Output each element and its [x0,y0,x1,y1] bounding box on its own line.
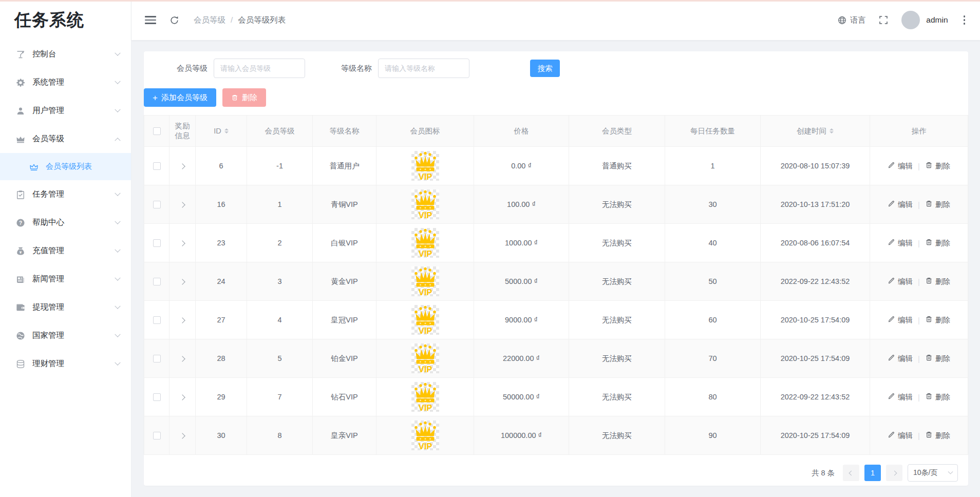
page-size-select[interactable]: 10条/页 [908,464,958,482]
sidebar-item-tasks[interactable]: 任务管理 [0,180,131,208]
edit-button[interactable]: 编辑 [888,161,913,171]
chevron-down-icon [115,190,120,196]
edit-button[interactable]: 编辑 [888,238,913,248]
column-header-3: 会员等级 [247,116,313,147]
edit-button[interactable]: 编辑 [888,200,913,209]
row-checkbox[interactable] [153,278,161,285]
user-menu[interactable]: admin [901,11,948,29]
refresh-icon[interactable] [169,15,179,25]
cell-name: 白银VIP [313,224,376,262]
trash-icon [925,431,933,440]
row-checkbox[interactable] [153,201,161,208]
add-member-level-button[interactable]: + 添加会员等级 [144,88,216,107]
sidebar-item-member-level-list[interactable]: 会员等级列表 [0,153,131,180]
cell-level: 4 [247,301,313,339]
cell-select [144,224,169,262]
edit-button[interactable]: 编辑 [888,431,913,441]
sidebar-item-news[interactable]: 新闻管理 [0,265,131,293]
edit-button[interactable]: 编辑 [888,277,913,286]
row-checkbox[interactable] [153,239,161,247]
cell-select [144,262,169,301]
sort-icon[interactable] [830,126,834,136]
expand-row-icon[interactable] [179,240,185,246]
delete-row-button[interactable]: 删除 [925,277,950,286]
expand-row-icon[interactable] [179,317,185,323]
select-all-checkbox[interactable] [153,127,161,135]
action-divider: | [918,278,920,286]
more-options-icon[interactable] [962,13,968,27]
sidebar-item-help[interactable]: ?帮助中心 [0,208,131,237]
vip-crown-icon: VIP [411,266,439,296]
vip-crown-icon: VIP [411,420,439,450]
expand-row-icon[interactable] [179,433,185,438]
action-divider: | [918,355,920,363]
cell-actions: 编辑|删除 [870,301,968,339]
delete-row-button[interactable]: 删除 [925,238,950,248]
delete-row-button[interactable]: 删除 [925,161,950,171]
cell-expand [169,301,196,339]
sidebar-item-settings[interactable]: 系统管理 [0,68,131,97]
delete-button[interactable]: 删除 [222,88,266,107]
cell-name: 黄金VIP [313,262,376,301]
sidebar-item-country[interactable]: 国家管理 [0,321,131,350]
column-header-6: 价格 [474,116,569,147]
row-checkbox[interactable] [153,355,161,362]
expand-row-icon[interactable] [179,279,185,284]
cell-id: 23 [196,224,247,262]
delete-row-button[interactable]: 删除 [925,392,950,402]
language-switcher[interactable]: 语言 [838,15,865,25]
prev-page-button[interactable] [843,465,859,481]
sidebar-item-recharge[interactable]: ¥充值管理 [0,237,131,265]
column-header-9[interactable]: 创建时间 [761,116,870,147]
breadcrumb-parent[interactable]: 会员等级 [194,15,225,26]
cell-id: 28 [196,339,247,378]
table-toolbar: + 添加会员等级 删除 [144,88,968,107]
edit-button[interactable]: 编辑 [888,315,913,325]
cell-level: 2 [247,224,313,262]
row-checkbox[interactable] [153,162,161,170]
hamburger-menu-icon[interactable] [145,16,156,24]
member-level-input[interactable] [214,59,305,78]
row-checkbox[interactable] [153,316,161,324]
next-page-button[interactable] [886,465,902,481]
current-page-button[interactable]: 1 [864,465,881,481]
sort-icon[interactable] [224,126,229,136]
sidebar-item-member-level[interactable]: 会员等级 [0,125,131,153]
chevron-down-icon [115,218,120,224]
edit-icon [888,161,895,170]
sidebar-item-console[interactable]: 控制台 [0,40,131,68]
vip-crown-icon: VIP [411,228,439,258]
column-header-4: 等级名称 [313,116,376,147]
member-level-table: 奖励信息ID会员等级等级名称会员图标价格会员类型每日任务数量创建时间操作 6-1… [144,115,968,455]
delete-row-button[interactable]: 删除 [925,315,950,325]
cell-expand [169,378,196,416]
expand-row-icon[interactable] [179,394,185,400]
delete-row-button[interactable]: 删除 [925,431,950,441]
edit-button[interactable]: 编辑 [888,392,913,402]
cell-daily-tasks: 30 [665,185,761,224]
member-level-icon [15,134,26,144]
row-checkbox[interactable] [153,393,161,401]
edit-button[interactable]: 编辑 [888,354,913,364]
delete-row-button[interactable]: 删除 [925,200,950,209]
sidebar-item-finance[interactable]: 理财管理 [0,350,131,378]
expand-row-icon[interactable] [179,356,185,361]
cell-level: 3 [247,262,313,301]
cell-select [144,378,169,416]
cell-icon: VIP [376,224,474,262]
cell-select [144,339,169,378]
column-header-2[interactable]: ID [196,116,247,147]
expand-row-icon[interactable] [179,163,185,169]
cell-daily-tasks: 60 [665,301,761,339]
row-checkbox[interactable] [153,432,161,439]
trash-icon [231,94,238,101]
expand-row-icon[interactable] [179,202,185,207]
fullscreen-icon[interactable] [879,15,888,25]
delete-row-button[interactable]: 删除 [925,354,950,364]
level-name-input[interactable] [378,59,469,78]
trash-icon [925,200,933,209]
search-button[interactable]: 搜索 [530,60,560,77]
sidebar-item-withdraw[interactable]: 提现管理 [0,293,131,321]
sidebar-item-users[interactable]: 用户管理 [0,97,131,125]
chevron-down-icon [115,78,120,84]
